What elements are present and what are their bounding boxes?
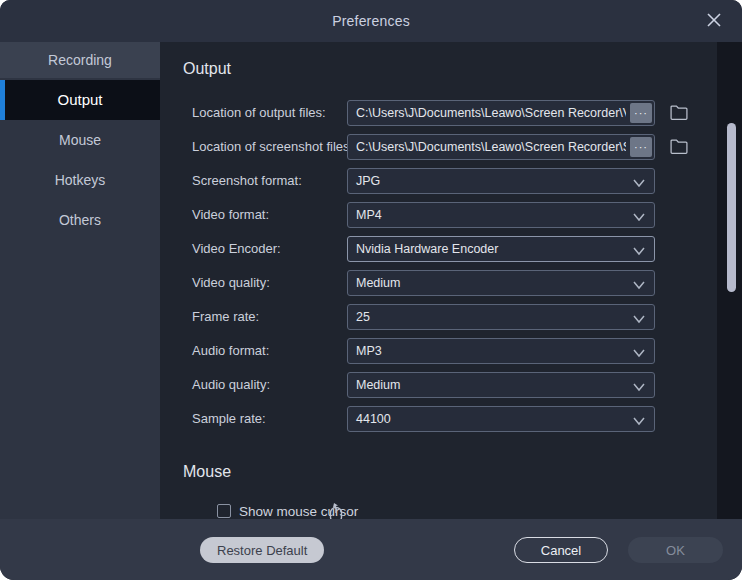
field-row-output-location: Location of output files: ··· — [160, 100, 742, 126]
field-row-sample-rate: Sample rate: 44100 — [160, 406, 742, 432]
audio-quality-select[interactable]: Medium — [347, 372, 655, 398]
selected-value: Medium — [356, 373, 400, 397]
chevron-down-icon — [632, 345, 646, 363]
sample-rate-select[interactable]: 44100 — [347, 406, 655, 432]
field-row-screenshot-location: Location of screenshot files: ··· — [160, 134, 742, 160]
field-label: Video format: — [192, 202, 269, 228]
folder-icon — [669, 109, 689, 124]
selected-value: MP4 — [356, 203, 382, 227]
field-row-frame-rate: Frame rate: 25 — [160, 304, 742, 330]
mouse-cursor-icon — [327, 502, 345, 519]
dialog-title: Preferences — [0, 0, 742, 42]
field-label: Sample rate: — [192, 406, 266, 432]
field-label: Audio format: — [192, 338, 269, 364]
field-label: Video Encoder: — [192, 236, 281, 262]
scrollbar-thumb[interactable] — [727, 123, 736, 292]
close-button[interactable] — [699, 5, 729, 35]
restore-default-button[interactable]: Restore Default — [200, 537, 324, 563]
field-row-audio-format: Audio format: MP3 — [160, 338, 742, 364]
selected-value: 44100 — [356, 407, 391, 431]
sidebar-item-hotkeys[interactable]: Hotkeys — [0, 160, 160, 200]
frame-rate-select[interactable]: 25 — [347, 304, 655, 330]
scrollbar-track[interactable] — [717, 42, 742, 519]
close-icon — [705, 11, 723, 29]
open-screenshot-folder-button[interactable] — [668, 136, 690, 158]
chevron-down-icon — [632, 379, 646, 397]
selected-accent-bar — [0, 80, 5, 120]
folder-icon — [669, 143, 689, 158]
sidebar: Recording Output Mouse Hotkeys Others — [0, 42, 160, 519]
selected-value: Medium — [356, 271, 400, 295]
chevron-down-icon — [632, 413, 646, 431]
field-label: Location of screenshot files: — [192, 134, 353, 160]
screenshot-location-field: ··· — [347, 134, 655, 160]
settings-panel: Output Location of output files: ··· Loc… — [160, 42, 742, 519]
field-row-video-quality: Video quality: Medium — [160, 270, 742, 296]
field-row-video-format: Video format: MP4 — [160, 202, 742, 228]
video-quality-select[interactable]: Medium — [347, 270, 655, 296]
field-label: Location of output files: — [192, 100, 326, 126]
chevron-down-icon — [632, 243, 646, 261]
selected-value: 25 — [356, 305, 370, 329]
field-label: Audio quality: — [192, 372, 270, 398]
chevron-down-icon — [632, 277, 646, 295]
chevron-down-icon — [632, 311, 646, 329]
field-row-audio-quality: Audio quality: Medium — [160, 372, 742, 398]
sidebar-item-others[interactable]: Others — [0, 200, 160, 240]
sidebar-item-recording[interactable]: Recording — [0, 42, 160, 78]
field-row-video-encoder: Video Encoder: Nvidia Hardware Encoder — [160, 236, 742, 262]
sidebar-item-label: Output — [57, 91, 102, 108]
mouse-section-title: Mouse — [183, 463, 231, 481]
field-label: Screenshot format: — [192, 168, 302, 194]
show-mouse-cursor-checkbox[interactable] — [217, 504, 231, 518]
ok-button[interactable]: OK — [628, 537, 723, 563]
video-encoder-select[interactable]: Nvidia Hardware Encoder — [347, 236, 655, 262]
sidebar-item-output[interactable]: Output — [0, 80, 160, 120]
chevron-down-icon — [632, 209, 646, 227]
screenshot-format-select[interactable]: JPG — [347, 168, 655, 194]
screenshot-location-input[interactable] — [348, 135, 654, 159]
sidebar-item-mouse[interactable]: Mouse — [0, 120, 160, 160]
output-section-title: Output — [183, 60, 231, 78]
output-location-input[interactable] — [348, 101, 654, 125]
audio-format-select[interactable]: MP3 — [347, 338, 655, 364]
output-location-field: ··· — [347, 100, 655, 126]
title-bar: Preferences — [0, 0, 742, 42]
field-label: Frame rate: — [192, 304, 259, 330]
footer-bar: Restore Default Cancel OK — [0, 519, 742, 580]
selected-value: Nvidia Hardware Encoder — [356, 237, 498, 261]
selected-value: JPG — [356, 169, 380, 193]
cancel-button[interactable]: Cancel — [514, 537, 608, 563]
open-output-folder-button[interactable] — [668, 102, 690, 124]
browse-screenshot-button[interactable]: ··· — [630, 137, 652, 157]
field-row-screenshot-format: Screenshot format: JPG — [160, 168, 742, 194]
preferences-dialog: Preferences Recording Output Mouse Hotke… — [0, 0, 742, 580]
field-label: Video quality: — [192, 270, 270, 296]
selected-value: MP3 — [356, 339, 382, 363]
chevron-down-icon — [632, 175, 646, 193]
video-format-select[interactable]: MP4 — [347, 202, 655, 228]
browse-output-button[interactable]: ··· — [630, 103, 652, 123]
